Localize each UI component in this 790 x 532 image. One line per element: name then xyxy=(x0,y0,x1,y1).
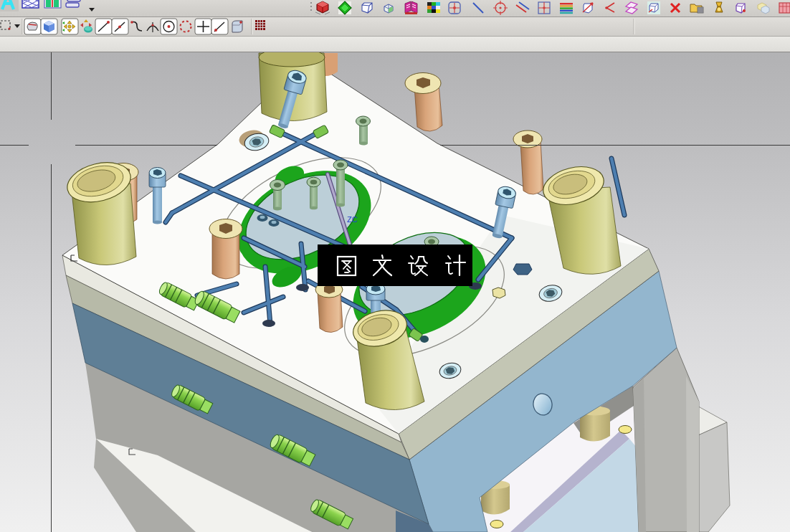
svg-text:ZC: ZC xyxy=(347,215,358,224)
